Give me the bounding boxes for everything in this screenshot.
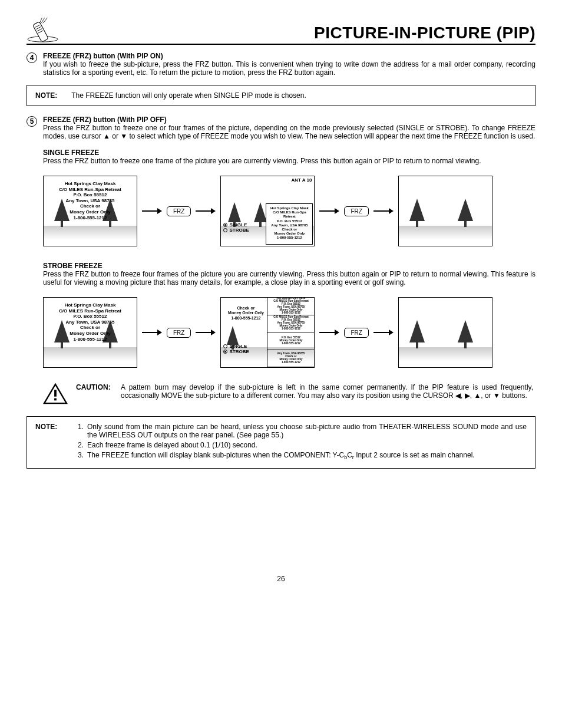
note-item-1: Only sound from the main picture can be … bbox=[87, 423, 527, 439]
arrow-icon bbox=[373, 208, 394, 214]
svg-rect-15 bbox=[416, 221, 418, 227]
tv-frame bbox=[398, 297, 492, 368]
step-5: 5 FREEZE (FRZ) button (With PIP OFF) Pre… bbox=[27, 116, 535, 140]
svg-rect-27 bbox=[464, 342, 467, 348]
step-5-heading: FREEZE (FRZ) button (With PIP OFF) bbox=[43, 116, 167, 124]
arrow-icon bbox=[196, 208, 216, 214]
note-box-1: NOTE: The FREEZE function will only oper… bbox=[27, 85, 535, 106]
tv-frame: Hot Springs Clay MaskC/O MILES Run-Spa R… bbox=[43, 297, 137, 368]
frz-button: FRZ bbox=[344, 206, 368, 216]
caution-block: CAUTION:A pattern burn may develop if th… bbox=[43, 383, 535, 404]
svg-rect-7 bbox=[61, 221, 63, 227]
page-title: PICTURE-IN-PICTURE (PIP) bbox=[314, 24, 535, 42]
mode-selector: SINGLE STROBE bbox=[223, 344, 249, 354]
single-freeze-section: SINGLE FREEZE Press the FRZ button to fr… bbox=[43, 149, 535, 165]
svg-rect-9 bbox=[109, 221, 111, 227]
single-body: Press the FRZ button to freeze one frame… bbox=[43, 157, 535, 165]
strobe-strip: Hot Springs Clay MaskC/O MILES Run-Spa R… bbox=[267, 298, 314, 367]
mode-selector: SINGLE STROBE bbox=[223, 222, 249, 233]
step-4-body: If you wish to freeze the sub-picture, p… bbox=[43, 60, 535, 77]
svg-rect-19 bbox=[61, 342, 63, 348]
tv-frame: Hot Springs Clay MaskC/O MILES Run-Spa R… bbox=[43, 176, 137, 246]
arrow-icon bbox=[142, 330, 162, 335]
svg-marker-10 bbox=[228, 202, 241, 222]
note-item-2: Each freeze frame is delayed about 0.1 (… bbox=[87, 441, 257, 449]
note-box-2: NOTE: 1.Only sound from the main picture… bbox=[27, 416, 535, 469]
svg-rect-30 bbox=[54, 398, 57, 401]
remote-control-icon bbox=[27, 18, 59, 42]
arrow-icon bbox=[319, 208, 339, 214]
svg-rect-17 bbox=[464, 221, 467, 227]
page-number: 26 bbox=[27, 575, 535, 583]
antenna-label: ANT A 10 bbox=[291, 177, 312, 183]
svg-marker-16 bbox=[458, 199, 473, 221]
note-item-3: The FREEZE function will display blank s… bbox=[87, 451, 475, 460]
warning-icon bbox=[43, 383, 68, 404]
frz-button: FRZ bbox=[167, 206, 191, 216]
svg-marker-12 bbox=[254, 202, 267, 222]
page-header: PICTURE-IN-PICTURE (PIP) bbox=[27, 18, 535, 45]
svg-rect-25 bbox=[416, 342, 418, 348]
strobe-body: Press the FRZ button to freeze four fram… bbox=[43, 270, 535, 286]
svg-marker-14 bbox=[409, 199, 425, 221]
step-4: 4 FREEZE (FRZ) button (With PIP ON) If y… bbox=[27, 52, 535, 77]
frz-button: FRZ bbox=[344, 328, 368, 338]
step-number: 5 bbox=[27, 116, 37, 127]
svg-marker-22 bbox=[227, 326, 239, 345]
step-5-body: Press the FRZ button to freeze one or fo… bbox=[43, 124, 535, 140]
strobe-diagram: Hot Springs Clay MaskC/O MILES Run-Spa R… bbox=[43, 297, 535, 368]
single-diagram: Hot Springs Clay MaskC/O MILES Run-Spa R… bbox=[43, 176, 535, 246]
note-label: NOTE: bbox=[35, 423, 66, 462]
note-text: The FREEZE function will only operate wh… bbox=[71, 91, 306, 100]
tv-frame: ANT A 10 Hot Springs Clay MaskC/O MILES … bbox=[220, 176, 315, 246]
frz-button: FRZ bbox=[167, 328, 191, 338]
strobe-freeze-section: STROBE FREEZE Press the FRZ button to fr… bbox=[43, 262, 535, 286]
arrow-icon bbox=[319, 330, 339, 335]
note-label: NOTE: bbox=[35, 91, 70, 100]
caution-text: A pattern burn may develop if the sub-pi… bbox=[121, 383, 533, 400]
svg-rect-29 bbox=[54, 390, 57, 396]
svg-marker-24 bbox=[409, 320, 425, 342]
svg-rect-13 bbox=[259, 222, 262, 227]
svg-marker-26 bbox=[458, 320, 473, 342]
arrow-icon bbox=[373, 330, 394, 335]
svg-rect-21 bbox=[109, 342, 111, 348]
step-number: 4 bbox=[27, 52, 37, 63]
single-heading: SINGLE FREEZE bbox=[43, 149, 535, 157]
arrow-icon bbox=[142, 208, 162, 214]
strobe-heading: STROBE FREEZE bbox=[43, 262, 535, 270]
arrow-icon bbox=[196, 330, 216, 335]
caution-label: CAUTION: bbox=[76, 383, 121, 391]
step-4-heading: FREEZE (FRZ) button (With PIP ON) bbox=[43, 52, 163, 60]
tv-frame: Check orMoney Order Only1-800-555-1212 H… bbox=[220, 297, 315, 368]
tv-frame bbox=[398, 176, 492, 246]
